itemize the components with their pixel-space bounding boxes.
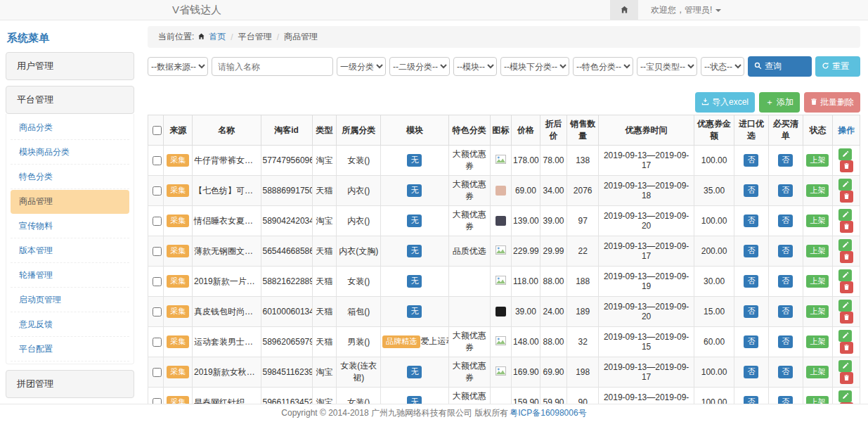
imported-badge[interactable]: 否 [744, 184, 758, 196]
module-subcategory-select[interactable]: --模块下分类-- [500, 57, 569, 76]
sidebar-subitem[interactable]: 启动页管理 [11, 288, 129, 312]
must-buy-badge[interactable]: 否 [778, 245, 793, 257]
delete-button[interactable] [840, 312, 853, 324]
must-buy-badge[interactable]: 否 [778, 184, 793, 196]
sidebar-subitem[interactable]: 轮播管理 [11, 264, 129, 288]
data-source-select[interactable]: --数据来源-- [148, 57, 208, 76]
module-cell: 无 [381, 267, 449, 297]
imported-badge[interactable]: 否 [744, 245, 758, 257]
row-checkbox[interactable] [153, 156, 162, 165]
search-button[interactable]: 查询 [748, 56, 812, 77]
imported-badge[interactable]: 否 [744, 154, 758, 166]
coupon-time-cell: 2019-09-13—2019-09-15 [599, 327, 694, 357]
user-menu[interactable]: 欢迎您，管理员! [651, 4, 721, 16]
edit-button[interactable] [838, 360, 852, 372]
row-checkbox[interactable] [153, 368, 162, 377]
row-checkbox[interactable] [153, 186, 162, 196]
sidebar-group[interactable]: 用户管理 [6, 52, 134, 80]
sidebar-subitem[interactable]: 宣传物料 [11, 215, 129, 238]
edit-button[interactable] [838, 390, 852, 402]
status-select[interactable]: --状态-- [701, 57, 744, 76]
must-buy-badge[interactable]: 否 [778, 305, 793, 317]
add-button[interactable]: ＋ 添加 [759, 92, 800, 113]
imported-badge[interactable]: 否 [744, 215, 758, 226]
row-checkbox[interactable] [153, 277, 162, 286]
imported-badge[interactable]: 否 [744, 305, 758, 317]
sales-cell: 32 [567, 327, 599, 357]
row-checkbox[interactable] [153, 338, 162, 347]
row-checkbox[interactable] [153, 307, 162, 316]
must-buy-badge[interactable]: 否 [778, 335, 793, 347]
price-cell: 118.00 [512, 267, 540, 297]
must-buy-badge[interactable]: 否 [778, 215, 793, 226]
sidebar-subitem[interactable]: 版本管理 [11, 239, 129, 263]
column-header: 状态 [803, 115, 833, 146]
row-checkbox[interactable] [153, 217, 162, 226]
delete-button[interactable] [840, 251, 853, 263]
status-badge[interactable]: 上架 [806, 305, 829, 317]
edit-button[interactable] [838, 209, 852, 221]
discount-price-cell: 34.00 [540, 176, 567, 206]
must-buy-badge[interactable]: 否 [778, 275, 793, 287]
must-buy-badge[interactable]: 否 [778, 366, 793, 378]
delete-button[interactable] [840, 372, 853, 384]
topbar: V省钱达人 欢迎您，管理员! [0, 0, 868, 20]
sidebar-subitem[interactable]: 模块商品分类 [11, 141, 129, 165]
edit-button[interactable] [838, 148, 852, 160]
search-button-label: 查询 [765, 60, 782, 72]
price-cell: 139.00 [512, 206, 540, 236]
edit-button[interactable] [838, 300, 852, 312]
import-excel-button[interactable]: 导入excel [695, 92, 755, 113]
must-buy-badge[interactable]: 否 [778, 154, 793, 166]
icp-link[interactable]: 粤ICP备16098006号 [510, 407, 586, 419]
delete-button[interactable] [840, 191, 853, 203]
edit-button[interactable] [838, 179, 852, 191]
item-type-select[interactable]: --宝贝类型-- [637, 57, 697, 76]
status-badge[interactable]: 上架 [806, 184, 829, 196]
module-select[interactable]: --模块-- [453, 57, 497, 76]
sidebar-group[interactable]: 平台管理 [6, 86, 134, 114]
status-badge[interactable]: 上架 [806, 245, 829, 257]
status-badge[interactable]: 上架 [806, 215, 829, 226]
sidebar-subitem[interactable]: 意见反馈 [11, 313, 129, 337]
module-cell: 品牌精选爱上运动 [381, 327, 449, 357]
import-icon [701, 98, 709, 108]
level2-category-select[interactable]: --二级分类-- [389, 57, 450, 76]
name-input[interactable] [212, 57, 333, 76]
feature-category-select[interactable]: --特色分类-- [573, 57, 633, 76]
delete-button[interactable] [840, 221, 853, 233]
select-all-checkbox[interactable] [153, 126, 162, 135]
row-checkbox-cell [148, 206, 164, 236]
status-badge[interactable]: 上架 [806, 335, 829, 347]
home-button[interactable] [610, 0, 638, 20]
coupon-amount-cell: 100.00 [694, 206, 734, 236]
sidebar-subitem[interactable]: 特色分类 [11, 165, 129, 189]
imported-badge[interactable]: 否 [744, 335, 758, 347]
edit-button[interactable] [838, 330, 852, 342]
sidebar-subitem[interactable]: 平台配置 [11, 338, 129, 362]
reset-button[interactable]: 重置 [815, 56, 860, 77]
status-badge[interactable]: 上架 [806, 366, 829, 378]
must-buy-badge-cell: 否 [768, 176, 803, 206]
batch-delete-button[interactable]: 批量删除 [804, 92, 860, 113]
broken-image-icon [495, 277, 506, 287]
module-badge: 品牌精选 [382, 335, 420, 347]
row-checkbox[interactable] [153, 247, 162, 256]
operations-cell [833, 327, 860, 357]
status-badge[interactable]: 上架 [806, 154, 829, 166]
edit-button[interactable] [838, 269, 852, 281]
edit-button[interactable] [838, 239, 852, 251]
delete-button[interactable] [840, 281, 853, 293]
imported-badge[interactable]: 否 [744, 275, 758, 287]
breadcrumb-home-link[interactable]: 首页 [209, 31, 226, 43]
sidebar-subitem[interactable]: 商品管理 [11, 190, 129, 214]
footer: Copyright © 2014-2018 广州九驰网络科技有限公司 版权所有 … [0, 404, 868, 422]
sidebar-group[interactable]: 拼团管理 [6, 370, 134, 398]
level1-category-select[interactable]: 一级分类 [337, 57, 386, 76]
plus-icon: ＋ [765, 96, 774, 108]
imported-badge[interactable]: 否 [744, 366, 758, 378]
status-badge[interactable]: 上架 [806, 275, 829, 287]
delete-button[interactable] [840, 342, 853, 354]
sidebar-subitem[interactable]: 商品分类 [11, 116, 129, 140]
delete-button[interactable] [840, 160, 853, 172]
